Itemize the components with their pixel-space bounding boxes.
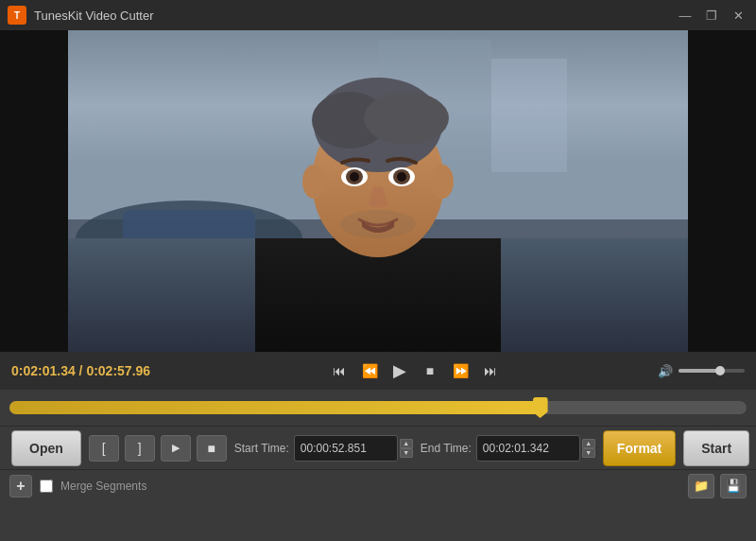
svg-rect-24 (0, 30, 68, 352)
svg-point-21 (350, 172, 359, 182)
clip-controls: [ ] ▶ ■ (89, 435, 227, 462)
format-button[interactable]: Format (603, 430, 676, 466)
bottom-right-buttons: 📁 💾 (688, 474, 747, 498)
volume-thumb (715, 366, 725, 375)
timeline-thumb[interactable] (533, 397, 548, 418)
controls-bar: Open [ ] ▶ ■ Start Time: ▲ ▼ End Time: ▲… (0, 426, 756, 469)
start-time-down[interactable]: ▼ (400, 448, 413, 458)
clip-stop-button[interactable]: ■ (197, 435, 227, 462)
end-time-down[interactable]: ▼ (582, 448, 595, 458)
volume-slider[interactable] (679, 369, 745, 373)
timeline-track[interactable] (9, 401, 747, 414)
timeline-fill (9, 401, 541, 414)
step-fwd-button[interactable]: ⏭ (478, 358, 503, 383)
time-display: 0:02:01.34 / 0:02:57.96 (11, 363, 172, 378)
minimize-button[interactable]: — (675, 7, 696, 24)
start-time-up[interactable]: ▲ (400, 439, 413, 448)
svg-rect-25 (688, 30, 756, 352)
window-controls: — ❐ ✕ (675, 7, 748, 24)
start-time-wrapper: ▲ ▼ (294, 435, 413, 462)
end-time-group: End Time: ▲ ▼ (421, 435, 595, 462)
end-time-label: End Time: (421, 442, 472, 455)
folder-icon: 📁 (694, 479, 709, 493)
end-time-up[interactable]: ▲ (582, 439, 595, 448)
app-title: TunesKit Video Cutter (34, 9, 667, 23)
transport-controls: ⏮ ⏪ ▶ ■ ⏩ ⏭ (181, 358, 648, 383)
mark-in-button[interactable]: [ (89, 435, 119, 462)
clip-play-button[interactable]: ▶ (161, 435, 191, 462)
svg-point-15 (302, 165, 325, 199)
start-button[interactable]: Start (683, 430, 749, 466)
timeline-area (0, 390, 756, 426)
titlebar: T TunesKit Video Cutter — ❐ ✕ (0, 0, 756, 30)
save-button[interactable]: 💾 (720, 474, 747, 498)
transport-bar: 0:02:01.34 / 0:02:57.96 ⏮ ⏪ ▶ ■ ⏩ ⏭ 🔊 (0, 352, 756, 390)
mark-out-button[interactable]: ] (125, 435, 155, 462)
bottom-bar: + Merge Segments 📁 💾 (0, 469, 756, 501)
volume-fill (679, 369, 718, 373)
save-icon: 💾 (726, 479, 741, 493)
volume-icon: 🔊 (658, 364, 673, 378)
end-time-spinners: ▲ ▼ (582, 439, 595, 458)
play-button[interactable]: ▶ (387, 358, 412, 383)
start-time-label: Start Time: (234, 442, 289, 455)
start-time-spinners: ▲ ▼ (400, 439, 413, 458)
svg-rect-4 (491, 59, 567, 172)
add-segment-button[interactable]: + (9, 475, 32, 497)
start-time-group: Start Time: ▲ ▼ (234, 435, 413, 462)
stop-button[interactable]: ■ (418, 358, 442, 383)
end-time-wrapper: ▲ ▼ (476, 435, 595, 462)
start-time-input[interactable] (294, 435, 398, 462)
svg-point-23 (340, 210, 416, 238)
folder-button[interactable]: 📁 (688, 474, 714, 498)
open-button[interactable]: Open (11, 430, 81, 466)
svg-point-14 (364, 92, 449, 145)
close-button[interactable]: ✕ (728, 7, 748, 24)
svg-point-16 (431, 165, 454, 199)
merge-label: Merge Segments (60, 480, 146, 493)
next-frame-button[interactable]: ⏩ (448, 358, 472, 383)
merge-checkbox[interactable] (40, 480, 53, 493)
svg-point-22 (397, 172, 406, 182)
video-player (0, 30, 756, 352)
volume-control: 🔊 (658, 364, 745, 378)
app-logo: T (8, 6, 26, 25)
end-time-input[interactable] (476, 435, 580, 462)
restore-button[interactable]: ❐ (701, 7, 722, 24)
step-back-button[interactable]: ⏮ (327, 358, 352, 383)
prev-frame-button[interactable]: ⏪ (357, 358, 382, 383)
